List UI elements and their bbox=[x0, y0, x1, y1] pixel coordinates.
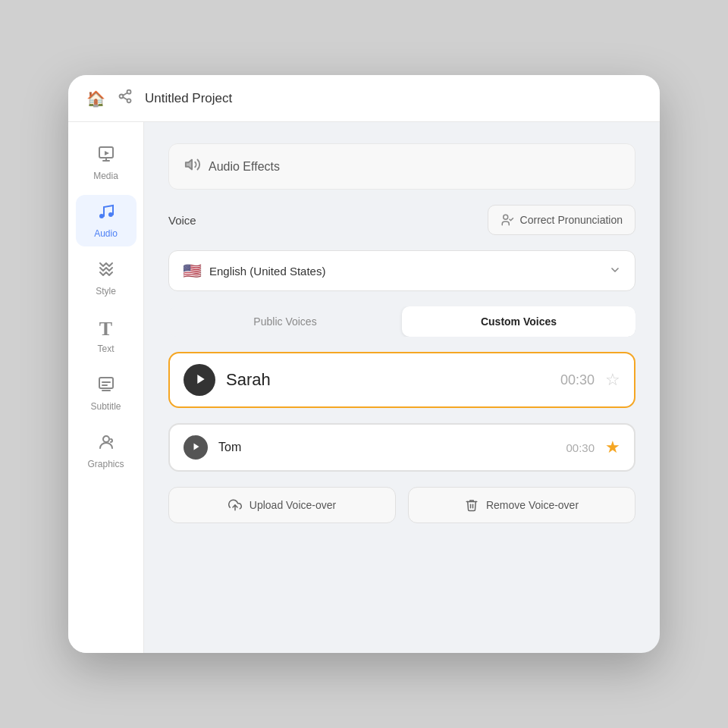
upload-btn-label: Upload Voice-over bbox=[249, 499, 336, 511]
audio-effects-label: Audio Effects bbox=[209, 160, 280, 174]
voice-section-label: Voice bbox=[168, 214, 196, 227]
play-icon-tom bbox=[192, 442, 201, 453]
app-window: 🏠 Untitled Project Media bbox=[68, 75, 660, 653]
svg-marker-18 bbox=[197, 375, 204, 384]
star-tom[interactable]: ★ bbox=[605, 438, 620, 457]
play-button-sarah[interactable] bbox=[184, 364, 215, 396]
play-icon-sarah bbox=[195, 373, 207, 388]
voice-header: Voice Correct Pronunciation bbox=[168, 205, 635, 235]
sidebar: Media Audio Style bbox=[68, 122, 144, 653]
svg-point-10 bbox=[108, 212, 113, 217]
home-icon[interactable]: 🏠 bbox=[86, 89, 105, 108]
voice-name-tom: Tom bbox=[218, 441, 555, 454]
star-sarah[interactable]: ☆ bbox=[605, 370, 620, 390]
language-selector[interactable]: 🇺🇸 English (United States) bbox=[168, 250, 635, 291]
voice-duration-sarah: 00:30 bbox=[560, 372, 595, 388]
play-button-tom[interactable] bbox=[184, 435, 208, 460]
style-icon bbox=[97, 260, 115, 283]
svg-marker-6 bbox=[105, 151, 109, 155]
sidebar-item-graphics[interactable]: Graphics bbox=[76, 425, 136, 477]
svg-point-15 bbox=[103, 436, 109, 442]
sidebar-item-audio[interactable]: Audio bbox=[76, 195, 136, 246]
svg-point-9 bbox=[99, 214, 104, 218]
style-label: Style bbox=[96, 286, 116, 297]
flag-icon: 🇺🇸 bbox=[183, 262, 202, 280]
subtitle-icon bbox=[97, 375, 115, 398]
header: 🏠 Untitled Project bbox=[68, 75, 660, 122]
svg-marker-19 bbox=[194, 444, 199, 450]
svg-marker-16 bbox=[186, 160, 192, 170]
tab-custom-voices[interactable]: Custom Voices bbox=[402, 306, 635, 337]
graphics-icon bbox=[97, 433, 115, 456]
audio-label: Audio bbox=[94, 228, 118, 239]
audio-icon bbox=[97, 202, 115, 225]
text-icon: T bbox=[99, 318, 112, 340]
main-content: Audio Effects Voice Correct Pronunciatio… bbox=[144, 122, 660, 653]
audio-effects-button[interactable]: Audio Effects bbox=[168, 143, 635, 190]
sidebar-item-style[interactable]: Style bbox=[76, 253, 136, 304]
svg-line-3 bbox=[123, 97, 127, 99]
share-icon[interactable] bbox=[118, 89, 133, 108]
svg-line-4 bbox=[123, 93, 127, 95]
subtitle-label: Subtitle bbox=[90, 401, 121, 412]
svg-point-17 bbox=[503, 215, 507, 219]
language-left: 🇺🇸 English (United States) bbox=[183, 262, 325, 280]
sidebar-item-subtitle[interactable]: Subtitle bbox=[76, 368, 136, 419]
tab-public-voices[interactable]: Public Voices bbox=[168, 306, 402, 337]
correct-pronunciation-button[interactable]: Correct Pronunciation bbox=[488, 205, 635, 235]
sidebar-item-media[interactable]: Media bbox=[76, 137, 136, 189]
sidebar-item-text[interactable]: T Text bbox=[76, 310, 136, 362]
remove-voiceover-button[interactable]: Remove Voice-over bbox=[408, 487, 635, 523]
chevron-down-icon bbox=[609, 264, 621, 278]
graphics-label: Graphics bbox=[87, 459, 124, 469]
speaker-icon bbox=[184, 156, 201, 177]
voice-name-sarah: Sarah bbox=[226, 370, 550, 390]
voice-card-tom[interactable]: Tom 00:30 ★ bbox=[168, 423, 635, 472]
text-label: Text bbox=[97, 344, 114, 354]
media-icon bbox=[97, 145, 115, 168]
remove-btn-label: Remove Voice-over bbox=[486, 499, 579, 511]
voice-card-sarah[interactable]: Sarah 00:30 ☆ bbox=[168, 352, 635, 408]
upload-voiceover-button[interactable]: Upload Voice-over bbox=[168, 487, 396, 523]
body: Media Audio Style bbox=[68, 122, 660, 653]
language-value: English (United States) bbox=[209, 265, 325, 278]
correct-pronunciation-label: Correct Pronunciation bbox=[520, 214, 623, 226]
voice-tabs: Public Voices Custom Voices bbox=[168, 306, 635, 337]
media-label: Media bbox=[93, 171, 118, 181]
voice-duration-tom: 00:30 bbox=[566, 441, 595, 454]
project-title: Untitled Project bbox=[145, 91, 232, 106]
bottom-buttons: Upload Voice-over Remove Voice-over bbox=[168, 487, 635, 523]
